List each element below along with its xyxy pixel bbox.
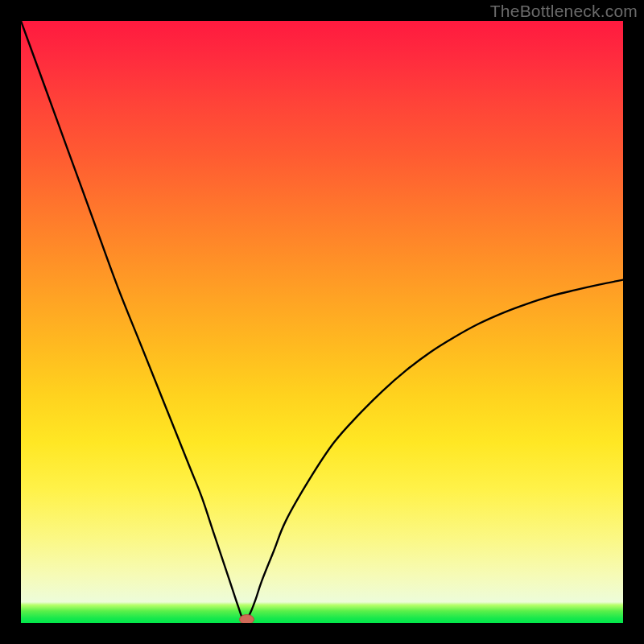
chart-frame: TheBottleneck.com [0,0,644,644]
bottleneck-curve [21,21,623,621]
minimum-marker [240,615,254,623]
curve-layer [21,21,623,623]
plot-area [21,21,623,623]
watermark-text: TheBottleneck.com [490,2,638,21]
